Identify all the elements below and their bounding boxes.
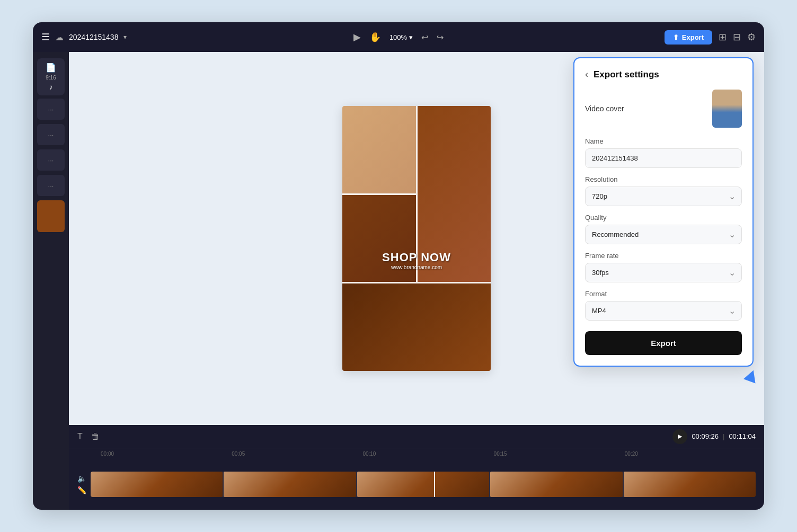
- timeline-track[interactable]: [91, 472, 756, 497]
- file-icon: 📄: [46, 63, 56, 73]
- volume-icon[interactable]: 🔈: [77, 474, 86, 483]
- text-tool-button[interactable]: T: [77, 432, 83, 441]
- track-clip-5: [624, 472, 756, 497]
- sidebar-item-thumbnail[interactable]: [37, 200, 65, 232]
- cursor-arrow: [743, 368, 759, 384]
- hamburger-icon[interactable]: ☰: [41, 31, 50, 43]
- name-field: Name: [585, 137, 742, 168]
- export-top-button[interactable]: ⬆ Export: [665, 30, 712, 45]
- format-select[interactable]: MP4 MOV AVI: [585, 301, 742, 321]
- layers-icon[interactable]: ⊞: [719, 31, 727, 43]
- export-settings-title: Export settings: [594, 69, 659, 80]
- topbar-left: ☰ ☁ 202412151438 ▾: [41, 31, 347, 43]
- edit-icon[interactable]: ✏️: [77, 486, 86, 494]
- video-cover-thumbnail[interactable]: [712, 90, 742, 128]
- export-settings-panel: ‹ Export settings Video cover Name: [573, 57, 754, 367]
- sidebar-item-2[interactable]: ···: [37, 99, 65, 120]
- topbar-center: ▶ ✋ 100% ▾ ↩ ↪: [353, 31, 444, 43]
- sidebar-item-5[interactable]: ···: [37, 175, 65, 196]
- video-preview: SHOP NOW www.brandname.com: [342, 106, 491, 371]
- collage-panel-1: [342, 106, 416, 193]
- playback-info: ▶ 00:09:26 | 00:11:04: [672, 429, 756, 444]
- frame-rate-select-wrapper: 30fps 60fps 24fps: [585, 263, 742, 282]
- main-area: 📄 9:16 ♪ ··· ··· ··· ···: [33, 52, 764, 510]
- total-time: 00:11:04: [729, 432, 756, 440]
- quality-field: Quality Recommended High Medium: [585, 214, 742, 244]
- brand-url-text: www.brandname.com: [342, 264, 491, 270]
- name-input[interactable]: [585, 148, 742, 168]
- track-clip-3: [357, 472, 489, 497]
- resolution-select[interactable]: 720p 1080p 480p: [585, 187, 742, 206]
- export-top-label: Export: [682, 33, 704, 41]
- video-text-overlay: SHOP NOW www.brandname.com: [342, 251, 491, 270]
- redo-button[interactable]: ↪: [437, 32, 444, 42]
- project-name: 202412151438: [69, 33, 118, 41]
- undo-button[interactable]: ↩: [421, 32, 428, 42]
- frame-rate-label: Frame rate: [585, 252, 742, 260]
- frame-rate-select[interactable]: 30fps 60fps 24fps: [585, 263, 742, 282]
- sidebar-item-3[interactable]: ···: [37, 124, 65, 145]
- zoom-control[interactable]: 100% ▾: [389, 33, 413, 41]
- playhead[interactable]: [434, 472, 435, 497]
- hand-tool-button[interactable]: ✋: [369, 31, 381, 43]
- zoom-value: 100%: [389, 33, 407, 41]
- shop-now-text: SHOP NOW: [342, 251, 491, 264]
- topbar-right: ⬆ Export ⊞ ⊟ ⚙: [450, 30, 756, 45]
- tiktok-icon: ♪: [49, 83, 53, 91]
- canvas-main: SHOP NOW www.brandname.com ‹ Export sett…: [69, 52, 764, 425]
- resolution-field: Resolution 720p 1080p 480p: [585, 175, 742, 206]
- track-clip-1: [91, 472, 223, 497]
- track-clip-4: [490, 472, 622, 497]
- cloud-icon: ☁: [55, 32, 64, 42]
- format-field: Format MP4 MOV AVI: [585, 290, 742, 321]
- ruler-mark-3: 00:15: [494, 451, 625, 457]
- timeline-tracks: 🔈 ✏️: [69, 459, 764, 510]
- resolution-select-wrapper: 720p 1080p 480p: [585, 187, 742, 206]
- video-cover-label: Video cover: [585, 104, 624, 113]
- track-icons: 🔈 ✏️: [77, 474, 86, 494]
- export-icon: ⬆: [673, 33, 679, 41]
- format-label: Format: [585, 290, 742, 298]
- app-window: ☰ ☁ 202412151438 ▾ ▶ ✋ 100% ▾ ↩ ↪ ⬆ Expo…: [33, 22, 764, 510]
- settings-icon[interactable]: ⚙: [747, 31, 756, 43]
- chevron-down-icon[interactable]: ▾: [123, 33, 127, 41]
- timeline-area: T 🗑 ▶ 00:09:26 | 00:11:04 00:00 00:05 00…: [69, 425, 764, 510]
- ruler-mark-4: 00:20: [625, 451, 756, 457]
- topbar: ☰ ☁ 202412151438 ▾ ▶ ✋ 100% ▾ ↩ ↪ ⬆ Expo…: [33, 22, 764, 52]
- ruler-marks: 00:00 00:05 00:10 00:15 00:20: [101, 451, 756, 457]
- track-clip-2: [224, 472, 356, 497]
- export-confirm-button[interactable]: Export: [585, 331, 742, 355]
- format-select-wrapper: MP4 MOV AVI: [585, 301, 742, 321]
- collage-panel-4: [342, 283, 491, 371]
- video-cover-row: Video cover: [585, 90, 742, 128]
- video-collage: [342, 106, 491, 371]
- name-label: Name: [585, 137, 742, 145]
- play-mode-button[interactable]: ▶: [353, 31, 361, 43]
- timeline-ruler: 00:00 00:05 00:10 00:15 00:20: [69, 448, 764, 459]
- aspect-ratio-label: 9:16: [46, 75, 56, 81]
- cover-thumb-inner: [712, 90, 742, 128]
- quality-select-wrapper: Recommended High Medium: [585, 225, 742, 244]
- ruler-mark-0: 00:00: [101, 451, 232, 457]
- time-separator: |: [723, 432, 724, 440]
- zoom-chevron: ▾: [409, 33, 413, 41]
- split-icon[interactable]: ⊟: [733, 31, 741, 43]
- quality-label: Quality: [585, 214, 742, 221]
- ruler-mark-2: 00:10: [362, 451, 493, 457]
- left-sidebar: 📄 9:16 ♪ ··· ··· ··· ···: [33, 52, 69, 510]
- export-panel-header: ‹ Export settings: [585, 69, 742, 80]
- timeline-controls: T 🗑 ▶ 00:09:26 | 00:11:04: [69, 425, 764, 448]
- sidebar-item-4[interactable]: ···: [37, 149, 65, 171]
- quality-select[interactable]: Recommended High Medium: [585, 225, 742, 244]
- delete-clip-button[interactable]: 🗑: [91, 432, 100, 441]
- resolution-label: Resolution: [585, 175, 742, 183]
- play-button[interactable]: ▶: [672, 429, 687, 444]
- canvas-area: SHOP NOW www.brandname.com ‹ Export sett…: [69, 52, 764, 510]
- frame-rate-field: Frame rate 30fps 60fps 24fps: [585, 252, 742, 282]
- cursor-time: 00:09:26: [692, 432, 719, 440]
- ruler-mark-1: 00:05: [232, 451, 362, 457]
- back-button[interactable]: ‹: [585, 69, 588, 80]
- sidebar-item-project[interactable]: 📄 9:16 ♪: [37, 58, 65, 95]
